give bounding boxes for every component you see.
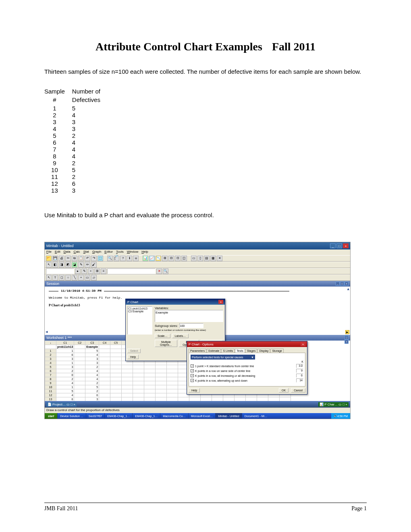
session-corner-icon[interactable]: ▶	[345, 330, 349, 334]
t5-icon[interactable]: +	[78, 275, 84, 281]
project-button[interactable]: 📄 Project… ▭ □ ×	[46, 402, 77, 407]
t4-icon[interactable]: ╲	[72, 275, 77, 281]
subgroup-input[interactable]	[179, 323, 203, 328]
menu-data[interactable]: Data	[64, 250, 71, 255]
tab-slimits[interactable]: S Limits	[221, 349, 235, 353]
menu-window[interactable]: Window	[127, 250, 138, 255]
pchart-column-list[interactable]: C1 prob11ch13C3 Example	[127, 306, 152, 335]
chart3-icon[interactable]: 📉	[156, 256, 161, 261]
close-icon[interactable]: ×	[343, 243, 349, 248]
t3-icon[interactable]: ○	[65, 275, 71, 281]
info-icon[interactable]: ℹ	[127, 256, 132, 261]
s4-icon[interactable]: ◪	[72, 262, 77, 268]
help-icon[interactable]: ?	[120, 256, 126, 261]
tab-storage[interactable]: Storage	[270, 349, 284, 353]
chart1-icon[interactable]: 📊	[143, 256, 148, 261]
e2-icon[interactable]: +	[88, 268, 93, 274]
chart7-icon[interactable]: ◫	[181, 256, 187, 261]
menu-edit[interactable]: Edit	[55, 250, 60, 255]
session-close-icon[interactable]: ×	[345, 282, 349, 286]
close2-icon[interactable]: ✕	[217, 256, 222, 261]
k-input[interactable]: 14	[296, 378, 303, 382]
maximize-icon[interactable]: □	[336, 243, 342, 248]
tb-input-1[interactable]	[46, 268, 74, 274]
taskbar-item[interactable]: EM430-Chap_1…	[132, 413, 160, 419]
k-input[interactable]: 6	[296, 374, 303, 378]
s2-icon[interactable]: ◨	[59, 262, 64, 268]
session-max-icon[interactable]: □	[340, 282, 344, 286]
vars-box[interactable]: Example	[155, 310, 223, 322]
menu-help[interactable]: Help	[141, 250, 148, 255]
s1-icon[interactable]: ◧	[52, 262, 58, 268]
b1-icon[interactable]: ⧈	[133, 256, 139, 261]
ws-close-icon[interactable]: ×	[345, 340, 349, 344]
tests-dropdown[interactable]: Perform selected tests for special cause…	[191, 355, 255, 360]
chart5-icon[interactable]: ⊟	[168, 256, 174, 261]
session-scroll-up-icon[interactable]: ▲	[347, 287, 349, 291]
t1-icon[interactable]: T	[52, 275, 58, 281]
t6-icon[interactable]: ▭	[85, 275, 90, 281]
minimize-icon[interactable]: _	[330, 243, 336, 248]
taskbar-item[interactable]: Minitab - Untitled	[215, 413, 242, 419]
tab-stages[interactable]: Stages	[245, 349, 257, 353]
brush-icon[interactable]: 🖌	[91, 262, 97, 268]
taskbar-item[interactable]: Microsoft Excel…	[188, 413, 215, 419]
save-icon[interactable]: 💾	[52, 256, 58, 261]
print-icon[interactable]: 🖨	[59, 256, 64, 261]
undo-icon[interactable]: ↶	[85, 256, 90, 261]
pchart-taskbutton[interactable]: 📊 P Char… ▭ □ ×	[318, 402, 349, 407]
chart4-icon[interactable]: ⊞	[162, 256, 168, 261]
options-cancel-button[interactable]: Cancel	[291, 388, 305, 393]
go-icon[interactable]: ▸	[75, 268, 81, 274]
k-input[interactable]: 3.0	[296, 364, 303, 368]
taskbar-item[interactable]: Sec027f07	[86, 413, 104, 419]
taskbar-item[interactable]: Device Solution …	[57, 413, 86, 419]
zoom2-icon[interactable]: 🔍	[163, 268, 168, 274]
start-button[interactable]: start	[45, 413, 57, 419]
find-icon[interactable]: 🔎⁺	[114, 256, 119, 261]
pchart-help-button[interactable]: Help	[127, 355, 139, 359]
tab-display[interactable]: Display	[257, 349, 270, 353]
menu-calc[interactable]: Calc	[74, 250, 80, 255]
session-min-icon[interactable]: _	[336, 282, 340, 286]
pchart-close-icon[interactable]: ×	[218, 300, 223, 304]
copy-icon[interactable]: ⧉	[72, 256, 77, 261]
multigraphs-button[interactable]: Multiple Graphs…	[155, 340, 177, 347]
e1-icon[interactable]: ✎	[81, 268, 87, 274]
chart2-icon[interactable]: 📈	[149, 256, 155, 261]
k-input[interactable]: 9	[296, 369, 303, 373]
options-close-icon[interactable]: ×	[301, 342, 305, 346]
paste-icon[interactable]: 📋	[78, 256, 84, 261]
s3-icon[interactable]: ◩	[65, 262, 71, 268]
e3-icon[interactable]: ⊞	[94, 268, 100, 274]
taskbar-item[interactable]: Document1 - Mi…	[242, 413, 270, 419]
tab-parameters[interactable]: Parameters	[189, 349, 206, 353]
select-button[interactable]: Select	[127, 349, 141, 353]
s6-icon[interactable]: ✏	[85, 262, 90, 268]
tab-estimate[interactable]: Estimate	[207, 349, 221, 353]
zoom-icon[interactable]: 🔍	[107, 256, 113, 261]
labels-button[interactable]: Labels…	[172, 334, 189, 338]
checkbox[interactable]: ✓	[191, 379, 194, 382]
s5-icon[interactable]: ✎	[78, 262, 84, 268]
t2-icon[interactable]: ◻	[59, 275, 64, 281]
redo-icon[interactable]: ↷	[91, 256, 97, 261]
options-ok-button[interactable]: OK	[279, 388, 289, 393]
win4-icon[interactable]: ▦	[210, 256, 216, 261]
menu-graph[interactable]: Graph	[92, 250, 101, 255]
t7-icon[interactable]: ▱	[91, 275, 97, 281]
tab-tests[interactable]: Tests	[235, 349, 245, 353]
cut-icon[interactable]: ✂	[65, 256, 71, 261]
arrow-icon[interactable]: ↖	[46, 262, 52, 268]
cancel-icon[interactable]: ✕	[156, 268, 162, 274]
checkbox[interactable]: ✓	[191, 364, 194, 368]
options-help-button[interactable]: Help	[189, 388, 200, 393]
chart6-icon[interactable]: ⊡	[175, 256, 181, 261]
win3-icon[interactable]: ▤	[204, 256, 210, 261]
session-scroll-left-icon[interactable]: ◀	[46, 330, 48, 334]
menu-tools[interactable]: Tools	[116, 250, 124, 255]
taskbar-item[interactable]: Macromedia Co…	[160, 413, 188, 419]
checkbox[interactable]: ✓	[191, 369, 194, 372]
tb-input-2[interactable]	[107, 268, 156, 274]
checkbox[interactable]: ✓	[191, 374, 194, 377]
